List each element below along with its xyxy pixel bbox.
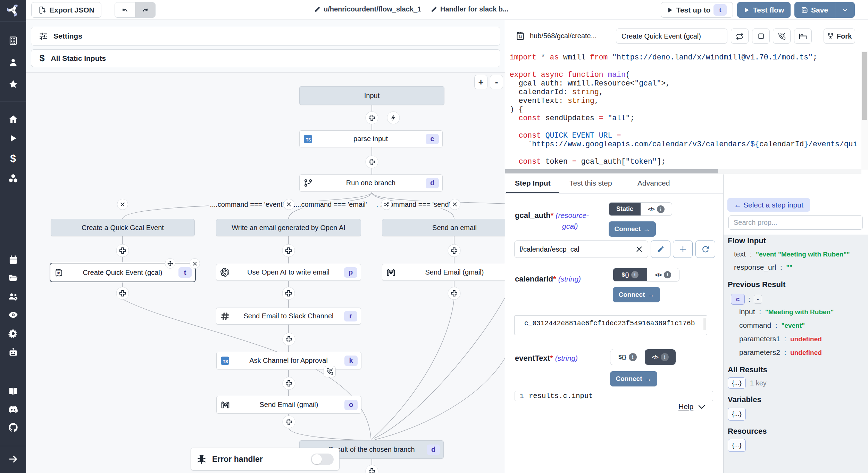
svg-text:31: 31 xyxy=(57,271,61,275)
svg-text:31: 31 xyxy=(518,34,522,38)
